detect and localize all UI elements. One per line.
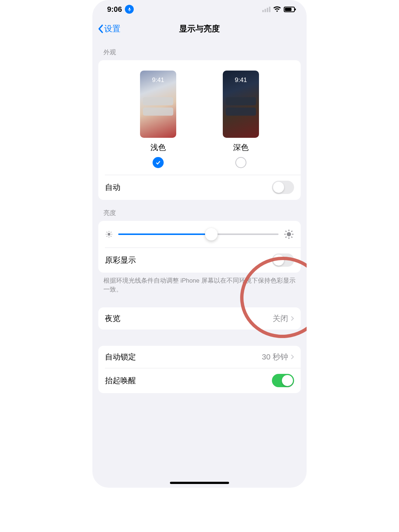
nav-header: 设置 显示与亮度 <box>92 18 307 39</box>
svg-line-5 <box>107 232 108 233</box>
light-radio[interactable] <box>153 157 164 168</box>
raise-to-wake-toggle[interactable] <box>272 374 294 387</box>
auto-lock-value: 30 秒钟 <box>262 352 288 362</box>
raise-to-wake-row[interactable]: 抬起唤醒 <box>98 368 301 393</box>
svg-line-16 <box>286 237 286 238</box>
back-label: 设置 <box>104 23 120 34</box>
auto-lock-row[interactable]: 自动锁定 30 秒钟 <box>98 346 301 368</box>
night-shift-value: 关闭 <box>273 313 288 324</box>
appearance-option-light[interactable]: 9:41 浅色 <box>140 71 176 168</box>
checkmark-icon <box>155 160 161 166</box>
svg-line-8 <box>111 232 112 233</box>
chevron-right-icon <box>290 316 294 321</box>
chevron-right-icon <box>290 354 294 360</box>
light-label: 浅色 <box>150 142 166 153</box>
sun-small-icon <box>105 230 113 238</box>
true-tone-row[interactable]: 原彩显示 <box>98 248 301 273</box>
svg-point-9 <box>287 232 291 236</box>
page-title: 显示与亮度 <box>92 23 307 34</box>
mic-indicator-icon <box>125 5 134 14</box>
back-button[interactable]: 设置 <box>98 23 120 34</box>
true-tone-label: 原彩显示 <box>105 255 136 265</box>
sun-large-icon <box>284 229 294 239</box>
svg-point-0 <box>108 233 110 235</box>
auto-toggle[interactable] <box>272 181 294 194</box>
svg-line-17 <box>291 231 292 232</box>
auto-appearance-row[interactable]: 自动 <box>98 175 301 200</box>
svg-line-15 <box>291 237 292 238</box>
svg-line-14 <box>286 231 286 232</box>
status-bar: 9:06 <box>92 0 307 18</box>
cellular-signal-icon <box>262 7 270 12</box>
svg-line-7 <box>107 236 108 237</box>
status-time: 9:06 <box>107 5 122 14</box>
brightness-slider-row <box>98 221 301 248</box>
phone-screen: 9:06 设置 显示与亮度 外观 <box>92 0 307 488</box>
dark-radio[interactable] <box>235 157 246 168</box>
dark-label: 深色 <box>233 142 249 153</box>
appearance-group: 9:41 浅色 9:41 深色 <box>98 60 301 200</box>
light-preview: 9:41 <box>140 71 176 138</box>
night-shift-group: 夜览 关闭 <box>98 307 301 330</box>
battery-icon <box>284 7 295 12</box>
brightness-slider[interactable] <box>118 228 279 240</box>
auto-label: 自动 <box>105 182 120 192</box>
night-shift-label: 夜览 <box>105 313 120 324</box>
appearance-option-dark[interactable]: 9:41 深色 <box>223 71 259 168</box>
true-tone-toggle[interactable] <box>272 253 294 267</box>
dark-preview: 9:41 <box>223 71 259 138</box>
brightness-group: 原彩显示 <box>98 221 301 273</box>
home-indicator[interactable] <box>170 482 229 484</box>
svg-line-6 <box>111 236 112 237</box>
section-header-brightness: 亮度 <box>92 200 307 221</box>
section-header-appearance: 外观 <box>92 39 307 60</box>
wifi-icon <box>273 6 281 12</box>
night-shift-row[interactable]: 夜览 关闭 <box>98 307 301 330</box>
chevron-left-icon <box>98 24 103 33</box>
raise-to-wake-label: 抬起唤醒 <box>105 375 136 386</box>
true-tone-description: 根据环境光线条件自动调整 iPhone 屏幕以在不同环境下保持色彩显示一致。 <box>92 273 307 294</box>
auto-lock-label: 自动锁定 <box>105 352 136 362</box>
lock-group: 自动锁定 30 秒钟 抬起唤醒 <box>98 346 301 393</box>
